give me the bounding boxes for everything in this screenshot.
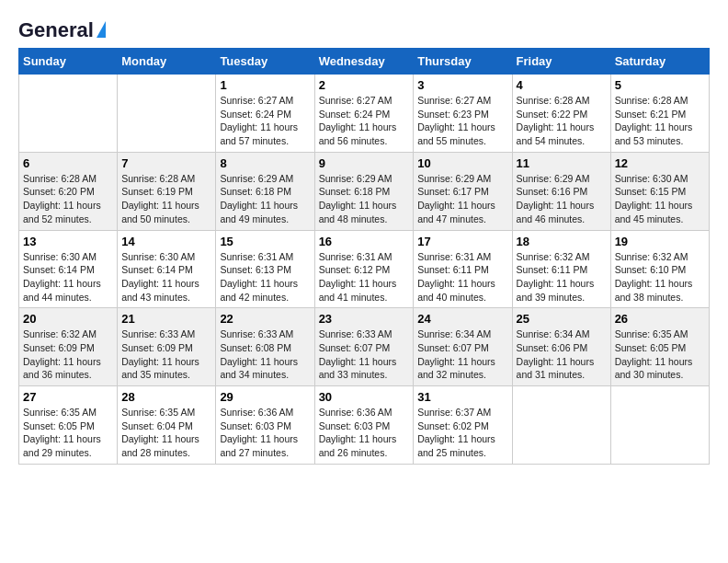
- day-number: 19: [615, 235, 705, 248]
- day-number: 23: [319, 312, 410, 326]
- day-number: 9: [319, 156, 410, 170]
- day-info: Sunrise: 6:37 AM Sunset: 6:02 PM Dayligh…: [417, 406, 507, 460]
- day-number: 1: [220, 78, 310, 92]
- day-number: 27: [23, 390, 113, 404]
- day-info: Sunrise: 6:29 AM Sunset: 6:18 PM Dayligh…: [319, 172, 410, 226]
- header-saturday: Saturday: [610, 49, 709, 75]
- day-info: Sunrise: 6:32 AM Sunset: 6:10 PM Dayligh…: [615, 250, 705, 304]
- day-info: Sunrise: 6:36 AM Sunset: 6:03 PM Dayligh…: [319, 406, 410, 460]
- header-thursday: Thursday: [414, 49, 512, 75]
- calendar-cell: 6Sunrise: 6:28 AM Sunset: 6:20 PM Daylig…: [19, 152, 118, 230]
- calendar-cell: 13Sunrise: 6:30 AM Sunset: 6:14 PM Dayli…: [19, 230, 118, 308]
- calendar-cell: [610, 386, 709, 465]
- day-number: 17: [417, 235, 507, 248]
- day-info: Sunrise: 6:35 AM Sunset: 6:04 PM Dayligh…: [121, 406, 211, 460]
- day-info: Sunrise: 6:36 AM Sunset: 6:03 PM Dayligh…: [220, 406, 310, 460]
- day-info: Sunrise: 6:27 AM Sunset: 6:24 PM Dayligh…: [319, 94, 410, 148]
- calendar-week-3: 13Sunrise: 6:30 AM Sunset: 6:14 PM Dayli…: [19, 230, 710, 308]
- calendar-week-4: 20Sunrise: 6:32 AM Sunset: 6:09 PM Dayli…: [19, 308, 710, 386]
- calendar-cell: 17Sunrise: 6:31 AM Sunset: 6:11 PM Dayli…: [414, 230, 512, 308]
- day-number: 16: [319, 235, 410, 248]
- calendar-cell: 14Sunrise: 6:30 AM Sunset: 6:14 PM Dayli…: [118, 230, 216, 308]
- day-number: 20: [23, 312, 113, 326]
- day-info: Sunrise: 6:31 AM Sunset: 6:12 PM Dayligh…: [319, 250, 410, 304]
- calendar-cell: 2Sunrise: 6:27 AM Sunset: 6:24 PM Daylig…: [314, 75, 414, 153]
- logo-general: General: [18, 18, 94, 42]
- day-number: 21: [121, 312, 211, 326]
- day-number: 30: [319, 390, 410, 404]
- day-info: Sunrise: 6:29 AM Sunset: 6:18 PM Dayligh…: [220, 172, 310, 226]
- logo-arrow-icon: [97, 21, 106, 38]
- day-number: 11: [517, 156, 607, 170]
- day-number: 13: [23, 235, 113, 248]
- day-number: 5: [615, 78, 705, 92]
- day-number: 3: [417, 78, 507, 92]
- calendar-cell: 3Sunrise: 6:27 AM Sunset: 6:23 PM Daylig…: [414, 75, 512, 153]
- day-number: 15: [220, 235, 310, 248]
- calendar-cell: 8Sunrise: 6:29 AM Sunset: 6:18 PM Daylig…: [216, 152, 314, 230]
- calendar-table: SundayMondayTuesdayWednesdayThursdayFrid…: [18, 48, 710, 465]
- calendar-cell: 22Sunrise: 6:33 AM Sunset: 6:08 PM Dayli…: [216, 308, 314, 386]
- header-sunday: Sunday: [19, 49, 118, 75]
- day-info: Sunrise: 6:34 AM Sunset: 6:07 PM Dayligh…: [417, 327, 507, 382]
- calendar-cell: 5Sunrise: 6:28 AM Sunset: 6:21 PM Daylig…: [610, 75, 709, 153]
- day-number: 14: [121, 235, 211, 248]
- calendar-cell: 10Sunrise: 6:29 AM Sunset: 6:17 PM Dayli…: [414, 152, 512, 230]
- day-info: Sunrise: 6:28 AM Sunset: 6:20 PM Dayligh…: [23, 172, 113, 226]
- day-info: Sunrise: 6:33 AM Sunset: 6:07 PM Dayligh…: [319, 327, 410, 382]
- calendar-cell: 29Sunrise: 6:36 AM Sunset: 6:03 PM Dayli…: [216, 386, 314, 465]
- calendar-cell: 31Sunrise: 6:37 AM Sunset: 6:02 PM Dayli…: [414, 386, 512, 465]
- calendar-cell: 24Sunrise: 6:34 AM Sunset: 6:07 PM Dayli…: [414, 308, 512, 386]
- page-header: General: [18, 18, 710, 39]
- day-number: 4: [517, 78, 607, 92]
- calendar-cell: 26Sunrise: 6:35 AM Sunset: 6:05 PM Dayli…: [610, 308, 709, 386]
- calendar-cell: 23Sunrise: 6:33 AM Sunset: 6:07 PM Dayli…: [314, 308, 414, 386]
- day-info: Sunrise: 6:27 AM Sunset: 6:23 PM Dayligh…: [417, 94, 507, 148]
- day-number: 24: [417, 312, 507, 326]
- header-tuesday: Tuesday: [216, 49, 314, 75]
- header-wednesday: Wednesday: [314, 49, 414, 75]
- day-info: Sunrise: 6:35 AM Sunset: 6:05 PM Dayligh…: [23, 406, 113, 460]
- calendar-cell: 27Sunrise: 6:35 AM Sunset: 6:05 PM Dayli…: [19, 386, 118, 465]
- calendar-cell: 9Sunrise: 6:29 AM Sunset: 6:18 PM Daylig…: [314, 152, 414, 230]
- calendar-cell: 21Sunrise: 6:33 AM Sunset: 6:09 PM Dayli…: [118, 308, 216, 386]
- calendar-cell: 7Sunrise: 6:28 AM Sunset: 6:19 PM Daylig…: [118, 152, 216, 230]
- day-info: Sunrise: 6:29 AM Sunset: 6:16 PM Dayligh…: [517, 172, 607, 226]
- calendar-cell: 28Sunrise: 6:35 AM Sunset: 6:04 PM Dayli…: [118, 386, 216, 465]
- calendar-header-row: SundayMondayTuesdayWednesdayThursdayFrid…: [19, 49, 710, 75]
- day-info: Sunrise: 6:28 AM Sunset: 6:19 PM Dayligh…: [121, 172, 211, 226]
- logo: General: [18, 18, 106, 39]
- day-info: Sunrise: 6:34 AM Sunset: 6:06 PM Dayligh…: [517, 327, 607, 382]
- day-number: 6: [23, 156, 113, 170]
- header-monday: Monday: [118, 49, 216, 75]
- day-number: 29: [220, 390, 310, 404]
- calendar-cell: 1Sunrise: 6:27 AM Sunset: 6:24 PM Daylig…: [216, 75, 314, 153]
- day-info: Sunrise: 6:30 AM Sunset: 6:14 PM Dayligh…: [23, 250, 113, 304]
- calendar-cell: [19, 75, 118, 153]
- calendar-cell: 15Sunrise: 6:31 AM Sunset: 6:13 PM Dayli…: [216, 230, 314, 308]
- calendar-week-5: 27Sunrise: 6:35 AM Sunset: 6:05 PM Dayli…: [19, 386, 710, 465]
- day-number: 28: [121, 390, 211, 404]
- day-info: Sunrise: 6:28 AM Sunset: 6:21 PM Dayligh…: [615, 94, 705, 148]
- day-info: Sunrise: 6:30 AM Sunset: 6:14 PM Dayligh…: [121, 250, 211, 304]
- day-info: Sunrise: 6:33 AM Sunset: 6:09 PM Dayligh…: [121, 327, 211, 382]
- day-info: Sunrise: 6:31 AM Sunset: 6:13 PM Dayligh…: [220, 250, 310, 304]
- calendar-cell: [118, 75, 216, 153]
- day-number: 31: [417, 390, 507, 404]
- calendar-week-2: 6Sunrise: 6:28 AM Sunset: 6:20 PM Daylig…: [19, 152, 710, 230]
- calendar-cell: [512, 386, 610, 465]
- day-number: 18: [517, 235, 607, 248]
- day-number: 8: [220, 156, 310, 170]
- day-number: 10: [417, 156, 507, 170]
- day-info: Sunrise: 6:27 AM Sunset: 6:24 PM Dayligh…: [220, 94, 310, 148]
- calendar-week-1: 1Sunrise: 6:27 AM Sunset: 6:24 PM Daylig…: [19, 75, 710, 153]
- day-info: Sunrise: 6:31 AM Sunset: 6:11 PM Dayligh…: [417, 250, 507, 304]
- day-info: Sunrise: 6:30 AM Sunset: 6:15 PM Dayligh…: [615, 172, 705, 226]
- day-info: Sunrise: 6:32 AM Sunset: 6:09 PM Dayligh…: [23, 327, 113, 382]
- calendar-cell: 11Sunrise: 6:29 AM Sunset: 6:16 PM Dayli…: [512, 152, 610, 230]
- day-info: Sunrise: 6:28 AM Sunset: 6:22 PM Dayligh…: [517, 94, 607, 148]
- calendar-cell: 30Sunrise: 6:36 AM Sunset: 6:03 PM Dayli…: [314, 386, 414, 465]
- day-number: 25: [517, 312, 607, 326]
- header-friday: Friday: [512, 49, 610, 75]
- calendar-cell: 12Sunrise: 6:30 AM Sunset: 6:15 PM Dayli…: [610, 152, 709, 230]
